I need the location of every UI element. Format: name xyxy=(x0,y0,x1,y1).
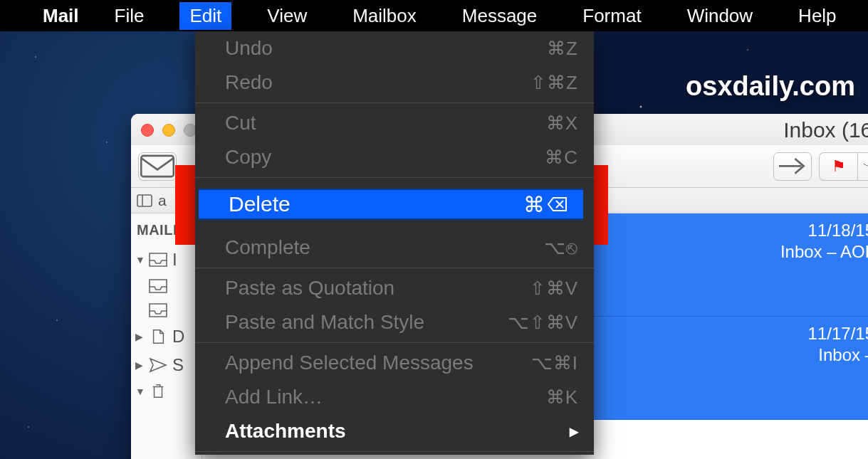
menu-item-paste-as-quotation[interactable]: Paste as Quotation⇧⌘V xyxy=(195,271,594,305)
menubar-item-mailbox[interactable]: Mailbox xyxy=(343,2,427,30)
menu-item-shortcut: ⌥⌘I xyxy=(531,352,578,374)
svg-rect-1 xyxy=(137,195,152,206)
menu-item-label: Attachments xyxy=(225,420,346,443)
message-date: 11/17/15 xyxy=(808,324,868,344)
menu-item-label: Paste as Quotation xyxy=(225,277,394,300)
message-mailbox: Inbox – xyxy=(818,345,868,365)
sidebar-toggle-icon[interactable] xyxy=(137,194,152,207)
menu-item-label: Delete xyxy=(229,192,291,216)
edit-menu-dropdown: Undo⌘Z Redo⇧⌘Z Cut⌘X Copy⌘C Complete⌥⎋ P… xyxy=(195,31,594,455)
get-mail-button[interactable] xyxy=(138,152,177,181)
sidebar-item-inbox-child[interactable] xyxy=(131,298,202,322)
menu-item-cut[interactable]: Cut⌘X xyxy=(195,106,594,140)
menu-item-attachments[interactable]: Attachments xyxy=(195,414,594,448)
favorites-bar-text: a xyxy=(158,192,167,209)
menu-item-shortcut: ⌘Z xyxy=(547,38,578,60)
menu-item-shortcut: ⇧⌘Z xyxy=(530,72,578,94)
sidebar-item-inbox-child[interactable] xyxy=(131,274,202,298)
menubar: Mail File Edit View Mailbox Message Form… xyxy=(0,0,868,31)
sidebar-item-drafts[interactable]: ▶D xyxy=(131,322,202,351)
menu-item-label: Append Selected Messages xyxy=(225,352,474,374)
menu-item-label: Copy xyxy=(225,146,271,169)
message-date: 11/18/15 xyxy=(808,221,868,241)
sidebar: Mailb ▼I ▶D ▶S ▼ xyxy=(131,213,202,459)
menubar-item-view[interactable]: View xyxy=(257,2,317,30)
watermark-text: osxdaily.com xyxy=(686,71,855,102)
menu-item-paste-match-style[interactable]: Paste and Match Style⌥⇧⌘V xyxy=(195,305,594,339)
menu-item-delete[interactable]: Delete ⌘⌫ ⌘ xyxy=(199,189,583,220)
window-traffic-lights xyxy=(141,124,197,137)
forward-button[interactable] xyxy=(773,152,812,181)
menu-separator xyxy=(195,102,594,103)
menubar-item-window[interactable]: Window xyxy=(677,2,763,30)
menu-item-complete[interactable]: Complete⌥⎋ xyxy=(195,231,594,265)
window-title: Inbox (162 xyxy=(783,118,868,142)
menu-item-undo[interactable]: Undo⌘Z xyxy=(195,31,594,65)
menu-separator xyxy=(195,268,594,268)
menu-separator xyxy=(195,451,594,452)
menu-item-add-link[interactable]: Add Link…⌘K xyxy=(195,380,594,414)
menu-item-label: Undo xyxy=(225,37,273,60)
menu-item-shortcut: ⌥⇧⌘V xyxy=(508,312,578,334)
disclosure-triangle-icon[interactable]: ▼ xyxy=(135,254,144,265)
sidebar-item-label: S xyxy=(172,355,184,375)
delete-key-icon xyxy=(548,196,568,212)
flag-button[interactable]: ⚑ xyxy=(819,152,857,181)
menu-item-copy[interactable]: Copy⌘C xyxy=(195,140,594,174)
menu-item-shortcut: ⌘K xyxy=(546,386,578,408)
disclosure-triangle-icon[interactable]: ▶ xyxy=(135,331,144,342)
menu-separator xyxy=(195,177,594,178)
svg-rect-0 xyxy=(141,156,174,176)
menu-item-label: Paste and Match Style xyxy=(225,311,424,334)
menu-item-shortcut: ⌥⎋ xyxy=(544,237,578,259)
menubar-item-file[interactable]: File xyxy=(105,2,155,30)
menu-item-label: Redo xyxy=(225,71,273,94)
disclosure-triangle-icon[interactable]: ▼ xyxy=(135,386,144,397)
sidebar-item-inbox[interactable]: ▼I xyxy=(131,246,202,274)
sidebar-item-trash[interactable]: ▼ xyxy=(131,379,202,403)
sidebar-item-sent[interactable]: ▶S xyxy=(131,351,202,379)
menubar-item-edit[interactable]: Edit xyxy=(179,2,231,30)
menu-item-label: Complete xyxy=(225,236,310,259)
menu-item-label: Cut xyxy=(225,112,256,134)
chevron-down-icon: ﹀ xyxy=(863,160,868,173)
sidebar-item-label: D xyxy=(172,327,184,347)
menu-item-shortcut: ⌘C xyxy=(545,147,578,169)
sidebar-item-label: I xyxy=(172,250,177,270)
menubar-item-help[interactable]: Help xyxy=(788,2,846,30)
menu-item-shortcut: ⌘⌫ ⌘ xyxy=(523,192,568,217)
menu-item-append-selected[interactable]: Append Selected Messages⌥⌘I xyxy=(195,346,594,380)
flag-icon: ⚑ xyxy=(832,157,846,176)
menubar-item-message[interactable]: Message xyxy=(452,2,548,30)
message-mailbox: Inbox – AOL xyxy=(780,242,868,262)
menubar-item-format[interactable]: Format xyxy=(572,2,651,30)
menubar-app-name[interactable]: Mail xyxy=(43,5,79,27)
menu-separator xyxy=(195,342,594,343)
menu-item-shortcut: ⇧⌘V xyxy=(530,278,578,300)
menu-item-shortcut: ⌘X xyxy=(546,112,578,134)
menu-item-label: Add Link… xyxy=(225,386,323,408)
disclosure-triangle-icon[interactable]: ▶ xyxy=(135,359,144,371)
close-icon[interactable] xyxy=(141,124,154,137)
minimize-icon[interactable] xyxy=(162,124,175,137)
flag-dropdown-button[interactable]: ﹀ xyxy=(857,152,868,181)
menu-item-redo[interactable]: Redo⇧⌘Z xyxy=(195,65,594,100)
flag-button-group: ⚑ ﹀ xyxy=(819,152,868,181)
